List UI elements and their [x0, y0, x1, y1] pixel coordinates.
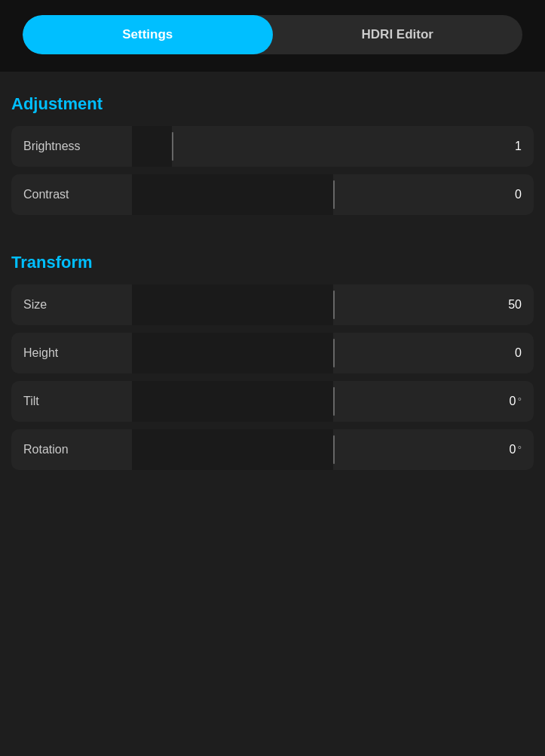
tab-settings-label: Settings	[122, 27, 173, 42]
contrast-value: 0	[515, 188, 522, 201]
size-fill	[132, 284, 333, 325]
slider-row-tilt[interactable]: Tilt 0 °	[11, 381, 534, 422]
slider-row-contrast[interactable]: Contrast 0	[11, 174, 534, 215]
contrast-label: Contrast	[11, 188, 132, 201]
slider-row-height[interactable]: Height 0	[11, 333, 534, 373]
rotation-divider	[333, 435, 335, 464]
brightness-label: Brightness	[11, 140, 132, 153]
tilt-track[interactable]: 0 °	[132, 381, 534, 422]
height-track[interactable]: 0	[132, 333, 534, 373]
rotation-label: Rotation	[11, 443, 132, 456]
slider-row-brightness[interactable]: Brightness 1	[11, 126, 534, 167]
tab-hdri-editor[interactable]: HDRI Editor	[273, 15, 523, 54]
section-adjustment-header: Adjustment	[11, 94, 534, 114]
section-transform-header: Transform	[11, 253, 534, 272]
contrast-fill	[132, 174, 333, 215]
slider-row-rotation[interactable]: Rotation 0 °	[11, 429, 534, 470]
spacer-1	[11, 223, 534, 245]
height-divider	[333, 339, 335, 367]
rotation-fill	[132, 429, 333, 470]
size-value: 50	[508, 298, 522, 312]
height-value: 0	[515, 346, 522, 360]
size-track[interactable]: 50	[132, 284, 534, 325]
size-divider	[333, 290, 335, 319]
slider-row-size[interactable]: Size 50	[11, 284, 534, 325]
contrast-divider	[333, 180, 335, 209]
app-container: Settings HDRI Editor Adjustment Brightne…	[0, 0, 545, 756]
size-label: Size	[11, 298, 132, 312]
rotation-value: 0	[509, 443, 516, 456]
tilt-fill	[132, 381, 333, 422]
tilt-value: 0	[509, 395, 516, 408]
tab-hdri-editor-label: HDRI Editor	[362, 27, 433, 42]
rotation-value-group: 0 °	[509, 443, 522, 456]
contrast-track[interactable]: 0	[132, 174, 534, 215]
brightness-fill	[132, 126, 172, 167]
brightness-divider	[172, 132, 173, 161]
tilt-unit: °	[517, 395, 522, 407]
tilt-value-group: 0 °	[509, 395, 522, 408]
tilt-label: Tilt	[11, 395, 132, 408]
tab-settings[interactable]: Settings	[23, 15, 273, 54]
tab-bar: Settings HDRI Editor	[11, 0, 534, 54]
tab-container: Settings HDRI Editor	[23, 15, 522, 54]
height-fill	[132, 333, 333, 373]
rotation-unit: °	[517, 444, 522, 456]
brightness-value: 1	[515, 140, 522, 153]
tilt-divider	[333, 387, 335, 416]
rotation-track[interactable]: 0 °	[132, 429, 534, 470]
content-area: Adjustment Brightness 1 Contrast 0 Trans…	[0, 72, 545, 756]
height-label: Height	[11, 346, 132, 360]
brightness-track[interactable]: 1	[132, 126, 534, 167]
